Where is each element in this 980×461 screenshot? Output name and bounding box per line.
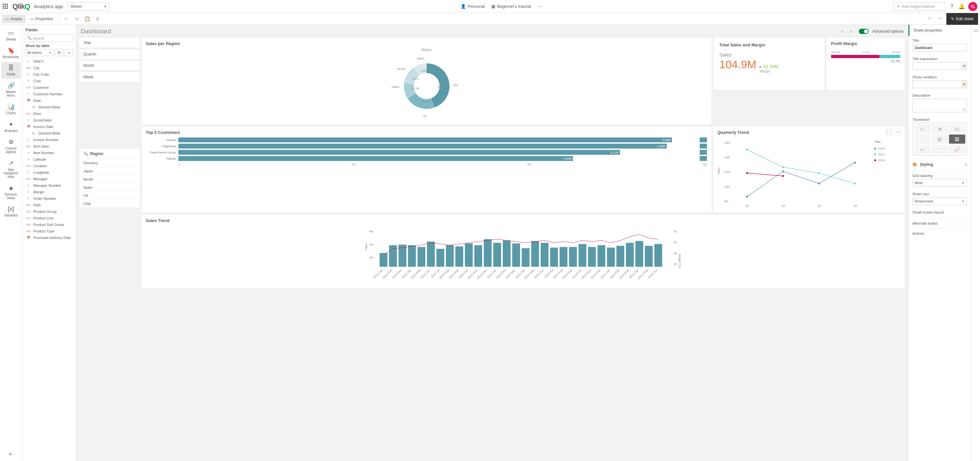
refresh-button[interactable]: ⟳ [55,49,64,56]
collapse-icon[interactable]: ⇤ [5,447,17,461]
svg-text:13M: 13M [724,141,730,144]
field-item[interactable]: #Manager Number [22,182,76,189]
advanced-toggle[interactable] [859,29,869,34]
bell-icon[interactable]: 🔔 [958,3,965,10]
rail-analyses[interactable]: ✦Analyses [1,118,21,135]
field-item[interactable]: #Longitude [22,169,76,176]
rail-sheets[interactable]: ▭Sheets [1,27,21,44]
filter-tile[interactable]: Quarter [80,49,140,59]
redo-icon[interactable]: ↷ [936,14,945,24]
sales-per-region-tile[interactable]: Sales per Region Region 45.5% 26.9% [142,38,711,125]
svg-text:2012-Sep: 2012-Sep [448,269,459,280]
apps-grid-icon[interactable] [3,3,8,10]
field-item[interactable]: 📅Date [22,97,76,104]
field-item[interactable]: AbcItem Desc [22,143,76,149]
field-item[interactable]: AbcCity [22,65,76,71]
filter-tile[interactable]: Year [80,38,140,48]
undo-icon[interactable]: ↶ [926,14,935,24]
properties-tab[interactable]: ▭Properties [27,15,57,23]
help-icon[interactable]: ? [949,3,955,10]
region-item[interactable]: Germany [80,159,140,167]
rail-variables[interactable]: [x]Variables [1,203,21,220]
alternate-states-section[interactable]: Alternate states [908,218,971,228]
personal-button[interactable]: 👤Personal [461,4,484,9]
field-item[interactable]: AbcProduct Type [22,228,76,234]
field-item[interactable]: AbcManager [22,176,76,182]
grid-spacing-select[interactable]: Wide [912,179,967,187]
cut-icon[interactable]: ✂ [62,14,71,24]
filter-tile[interactable]: Week [80,72,140,82]
sheet-size-select[interactable]: Responsive [912,197,967,205]
props-titleexpr-input[interactable] [912,62,962,70]
dashboard-title: Dashboard [81,28,835,35]
props-titleexpr-label: Title expression [912,57,967,61]
profit-margin-tile[interactable]: Profit Margin -50.0% 0.0% 50.0% 41.3% [826,38,905,90]
edit-sheet-button[interactable]: ✎Edit sheet [947,13,978,25]
field-item[interactable]: #Customer Number [22,91,76,97]
rail-fields[interactable]: 🗄Fields [1,62,21,79]
rail-app-nav[interactable]: ↗App navigation links [1,157,21,181]
styling-section[interactable]: 🎨Styling [908,158,971,171]
filter-tile[interactable]: Month [80,61,140,70]
field-item[interactable]: 📅Promised Delivery Date [22,234,76,241]
field-item[interactable]: #%KEY [22,58,76,65]
more-icon[interactable]: ⋯ [894,129,902,136]
field-item[interactable]: AbcProduct Group [22,208,76,215]
assets-tab[interactable]: ▭Assets [2,15,25,23]
prev-sheet-icon[interactable]: ‹ [838,27,846,35]
field-item[interactable]: #Latitude [22,156,76,162]
field-item[interactable]: AbcProduct Sub Group [22,221,76,228]
quarterly-tile[interactable]: Quarterly Trend ⛶ ⋯ 13M12M11M10M9M Q1Q2Q… [713,127,905,213]
top5-tile[interactable]: Top 5 Customers Paracel5.69MPageWave5.63… [142,127,711,213]
add-button[interactable]: + [65,49,73,56]
props-desc-input[interactable]: fx [912,99,967,112]
fields-search[interactable]: 🔍Search [25,34,73,42]
props-title-input[interactable] [912,44,967,52]
region-item[interactable]: Japan [80,167,140,175]
field-item[interactable]: AbcCustomer [22,84,76,91]
svg-point-31 [874,148,876,149]
actions-section[interactable]: Actions [908,228,971,238]
region-item[interactable]: Nordic [80,175,140,183]
rail-bookmarks[interactable]: 🔖Bookmarks [1,45,21,61]
rail-custom-objects[interactable]: ⚙Custom objects [1,136,21,156]
field-item[interactable]: ⊞Derived fields [22,130,76,137]
field-item[interactable]: AbcDesc [22,110,76,117]
field-item[interactable]: AbcLocation [22,162,76,169]
next-sheet-icon[interactable]: › [847,27,855,35]
ask-insight-input[interactable]: ✦Ask Insight Advisor [893,2,945,11]
kpi-tile[interactable]: Total Sales and Margin Sales 104.9M ▸ 43… [713,38,824,90]
sheet-dropdown[interactable]: Sheet [67,2,110,10]
fx-button[interactable]: fx [962,80,967,88]
sales-trend-tile[interactable]: Sales Trend 6M4M2M Sales 50403020 Margin… [142,215,905,289]
props-showcond-input[interactable] [912,80,962,88]
fullscreen-icon[interactable]: ⛶ [885,129,892,136]
panel-icon[interactable]: ▭ [974,27,978,33]
field-item[interactable]: 📅Invoice Date [22,123,76,130]
field-item[interactable]: AbcPath [22,202,76,208]
tutorial-button[interactable]: ▦Beginner's tutorial [491,4,531,9]
tables-dropdown[interactable]: All tables [25,49,54,56]
thumbnail-preview[interactable]: ▭◔#1 ▥🖼 ▭📈 [912,123,967,156]
field-item[interactable]: #Cost [22,78,76,84]
avatar[interactable]: TL [968,2,977,11]
field-item[interactable]: #Invoice Number [22,137,76,143]
region-item[interactable]: UK [80,191,140,199]
fx-button[interactable]: fx [962,62,967,70]
rail-master-items[interactable]: 🔗Master items [1,79,21,100]
delete-icon[interactable]: 🗑 [94,14,103,24]
rail-charts[interactable]: 📊Charts [1,100,21,118]
region-item[interactable]: Spain [80,183,140,191]
copy-icon[interactable]: ⧉ [73,14,82,24]
field-item[interactable]: ⊞Derived fields [22,104,76,110]
field-item[interactable]: #GrossSales [22,117,76,123]
region-item[interactable]: USA [80,199,140,208]
field-item[interactable]: #Order Number [22,195,76,202]
more-menu[interactable]: ⋯ [538,4,542,9]
field-item[interactable]: AbcProduct Line [22,215,76,221]
paste-icon[interactable]: 📋 [83,14,92,24]
field-item[interactable]: #City Code [22,71,76,78]
field-item[interactable]: #Margin [22,189,76,195]
field-item[interactable]: #Item Number [22,149,76,156]
rail-dynamic-views[interactable]: ◈Dynamic views [1,182,21,202]
